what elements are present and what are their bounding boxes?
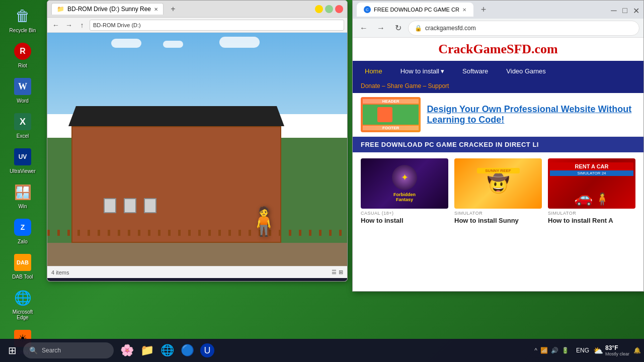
taskbar-app-files[interactable]: 📁 [138,341,156,359]
game-cards: ✦ ForbiddenFantasy CASUAL (18+) How to i… [353,152,643,230]
desktop-icon-area: 🗑 Recycle Bin R Riot W Word X Excel UV U… [0,0,45,362]
ad-text-1: Design Your Own [427,104,504,114]
desktop-icon-zalo[interactable]: Z Zalo [4,215,41,246]
files-icon: 📁 [140,344,154,357]
taskbar-app-edge[interactable]: 🌐 [158,341,176,359]
nav-video-games[interactable]: Video Games [502,65,550,77]
up-button[interactable]: ↑ [76,20,88,31]
nav-donate-link[interactable]: Donate – Share Game – Support [361,82,449,89]
notification-bell-icon[interactable]: 🔔 [633,347,641,354]
website-logo: CrackGameSFD.com [353,42,643,57]
desktop-icon-win[interactable]: 🪟 Win [4,180,41,211]
car-image-area: 🚗 🧍 [548,189,635,206]
ad-header-label: HEADER [363,99,419,104]
forbidden-title: ForbiddenFantasy [392,192,417,202]
taskbar-app-chrome[interactable]: 🔵 [178,341,196,359]
browser-new-tab-button[interactable]: + [476,3,491,17]
start-button[interactable]: ⊞ [3,341,21,359]
desktop: 🗑 Recycle Bin R Riot W Word X Excel UV U… [0,0,644,362]
browser-minimize-button[interactable]: ─ [610,6,617,13]
ad-footer-label: FOOTER [363,126,419,130]
nav-how-to-install[interactable]: How to install ▾ [396,65,448,77]
language-indicator[interactable]: ENG [576,347,589,354]
scene-fence [47,230,347,236]
browser-tab-label: FREE DOWNLOAD PC GAME CR [374,7,459,13]
cloud-2 [163,41,183,48]
browser-tab-close-button[interactable]: ✕ [462,7,466,13]
address-bar[interactable]: BD-ROM Drive (D:) [90,20,344,31]
game-card-rent-a-car[interactable]: RENT A CAR SIMULATOR 24 🚗 🧍 SIMULATOR Ho… [548,158,635,224]
lock-icon: 🔒 [415,25,422,32]
tab-favicon: C [364,6,371,13]
browser-refresh-button[interactable]: ↻ [391,21,405,35]
file-explorer-toolbar: ← → ↑ BD-ROM Drive (D:) [47,18,347,33]
maximize-button[interactable] [325,5,333,13]
website-nav: Home How to install ▾ Software Video Gam… [353,61,643,81]
game-card-forbidden-fantasy[interactable]: ✦ ForbiddenFantasy CASUAL (18+) How to i… [361,158,448,224]
game-title-sunny: How to install Sunny [454,217,542,224]
new-tab-button[interactable]: + [168,4,179,15]
browser-toolbar: ← → ↻ 🔒 crackgamesfd.com [353,19,643,38]
desktop-icon-edge[interactable]: 🌐 Microsoft Edge [4,286,41,322]
desktop-icon-word[interactable]: W Word [4,74,41,106]
game-badge-rent: SIMULATOR [548,211,635,216]
back-button[interactable]: ← [50,20,61,31]
desktop-icon-excel[interactable]: X Excel [4,110,41,141]
browser-tab-active[interactable]: C FREE DOWNLOAD PC GAME CR ✕ [357,3,473,17]
nav-home[interactable]: Home [361,65,386,77]
taskbar-pinned-apps: 🌸 📁 🌐 🔵 U [118,341,216,359]
scene-character: 🧍 [247,205,281,238]
nav-second-row: Donate – Share Game – Support [353,81,643,93]
file-explorer-titlebar: 📁 BD-ROM Drive (D:) Sunny Ree ✕ + [47,1,347,18]
desktop-icon-recycle-bin[interactable]: 🗑 Recycle Bin [4,4,41,35]
website-header: CrackGameSFD.com [353,38,643,61]
ad-image: HEADER FOOTER [361,97,421,132]
browser-address-bar[interactable]: 🔒 crackgamesfd.com [408,21,639,36]
minimize-button[interactable] [315,5,323,13]
scene-sky [47,33,347,114]
scene-window-1 [104,198,116,213]
weather-description: Mostly clear [605,351,629,356]
file-explorer-tab[interactable]: 📁 BD-ROM Drive (D:) Sunny Ree ✕ [51,3,164,15]
weather-widget: ⛅ 83°F Mostly clear [593,344,629,356]
weather-icon: ⛅ [593,346,603,355]
tray-up-arrow-icon[interactable]: ^ [534,347,537,354]
desktop-icon-dab[interactable]: DAB DAB Tool [4,250,41,282]
game-title-forbidden: How to install [361,217,448,224]
network-icon[interactable]: 📶 [540,347,548,354]
desktop-icon-riot[interactable]: R Riot [4,39,41,70]
scene-clouds [107,37,347,50]
close-button[interactable] [335,5,343,13]
taskbar-app-unreal[interactable]: U [198,341,216,359]
game-title-rent: How to install Rent A [548,217,635,224]
taskbar-search-bar[interactable]: 🔍 Search [23,342,114,358]
sunny-character-icon: 🤠 [487,173,510,194]
ad-text: Design Your Own Professional Website Wit… [427,104,635,125]
view-list-icon[interactable]: ☰ [332,269,337,276]
browser-forward-button[interactable]: → [374,21,388,35]
ad-banner[interactable]: HEADER FOOTER Design Your Own Profession… [353,93,643,137]
file-explorer-statusbar: 4 items ☰ ⊞ [47,266,347,278]
nav-software[interactable]: Software [458,65,492,77]
forward-button[interactable]: → [63,20,74,31]
volume-icon[interactable]: 🔊 [551,347,558,354]
view-grid-icon[interactable]: ⊞ [339,269,343,276]
battery-icon[interactable]: 🔋 [561,347,569,354]
desktop-icon-ultraviewer[interactable]: UV UltraViewer [4,145,41,176]
browser-close-button[interactable]: ✕ [632,6,639,13]
taskbar-app-cortana[interactable]: 🌸 [118,341,136,359]
status-text: 4 items [51,269,69,276]
close-tab-button[interactable]: ✕ [154,7,158,12]
ad-text-highlight: Professional Website [504,104,596,114]
scene-dirt [47,243,347,266]
site-banner: FREE DOWNLOAD PC GAME CRACKED IN DIRECT … [353,137,643,152]
game-card-image-sunny: 🤠 SUNNY REEF [454,158,542,209]
browser-back-button[interactable]: ← [357,21,371,35]
cortana-icon: 🌸 [120,344,134,357]
taskbar-tray-icons: ^ 📶 🔊 🔋 [531,347,572,354]
game-card-sunny-reef[interactable]: 🤠 SUNNY REEF SIMULATOR How to install Su… [454,158,542,224]
weather-temperature: 83°F [605,344,629,351]
chrome-taskbar-icon: 🔵 [181,344,194,357]
browser-window: C FREE DOWNLOAD PC GAME CR ✕ + ─ □ ✕ ← →… [352,0,644,292]
browser-maximize-button[interactable]: □ [621,6,628,13]
